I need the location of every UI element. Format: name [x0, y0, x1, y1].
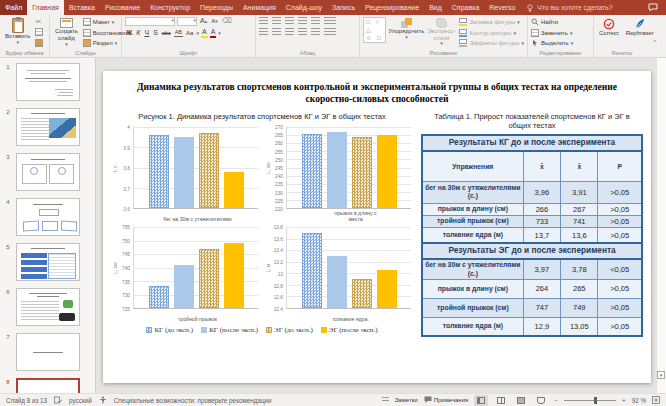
arrange-button[interactable]: Упорядочить ▾	[389, 17, 423, 48]
thumbnail-slide-5[interactable]: 5	[0, 243, 95, 281]
tab-help[interactable]: Справка	[447, 0, 484, 15]
powerpoint-window: Файл Главная Вставка Рисование Конструкт…	[0, 0, 666, 406]
indent-decrease-icon[interactable]	[285, 17, 294, 25]
slide-thumbnail-panel[interactable]: 1 2 3	[0, 58, 96, 393]
justify-icon[interactable]	[298, 28, 307, 36]
shape-outline-icon	[459, 29, 467, 37]
highlight-color-button[interactable]: А	[201, 28, 208, 38]
character-spacing-button[interactable]: АВ	[174, 29, 183, 37]
copy-icon[interactable]	[35, 28, 43, 36]
increase-font-icon[interactable]: А▴	[199, 17, 208, 25]
clear-formatting-icon[interactable]: ⌫	[221, 17, 233, 25]
new-slide-button[interactable]: Создать слайд ▾	[53, 17, 80, 48]
comments-button[interactable]: Примечания	[424, 396, 469, 404]
language-indicator[interactable]: русский	[69, 397, 92, 404]
align-left-icon[interactable]	[259, 28, 268, 36]
next-slide-button[interactable]: ▾	[657, 371, 665, 379]
find-button[interactable]: Найти	[531, 18, 573, 26]
reverso-correct-button[interactable]: Correct	[597, 17, 621, 48]
fit-to-window-icon[interactable]	[652, 396, 660, 404]
columns-icon[interactable]	[311, 28, 320, 36]
cut-icon[interactable]: ✂	[35, 18, 43, 25]
normal-view-button[interactable]	[474, 395, 488, 406]
format-painter-icon[interactable]	[35, 39, 43, 47]
bar-series-3	[224, 243, 244, 308]
underline-button[interactable]: Ч	[143, 29, 150, 37]
quick-styles-button[interactable]: Экспресс-стили ▾	[426, 17, 456, 48]
zoom-level[interactable]: 92 %	[632, 397, 646, 404]
thumbnail-slide-8-selected[interactable]: 8	[0, 378, 95, 393]
indent-increase-icon[interactable]	[298, 17, 307, 25]
replace-button[interactable]: Заменить▾	[531, 29, 573, 37]
thumbnail-slide-6[interactable]: 6	[0, 288, 95, 326]
align-center-icon[interactable]	[272, 28, 281, 36]
align-right-icon[interactable]	[285, 28, 294, 36]
charts-grid[interactable]: t, с. 43,93,83,73,6 бег на 30м с утяжели…	[103, 123, 421, 323]
font-size-combobox[interactable]	[177, 17, 197, 26]
tab-slideshow[interactable]: Слайд-шоу	[281, 0, 327, 15]
thumbnail-slide-1[interactable]: 1	[0, 63, 95, 101]
zoom-slider[interactable]	[564, 400, 616, 401]
comments-panel-icon[interactable]	[648, 3, 658, 12]
reading-view-button[interactable]	[514, 395, 528, 406]
tell-me-box[interactable]: Что вы хотите сделать?	[526, 0, 612, 15]
notes-button[interactable]: Заметки	[382, 397, 418, 403]
group-slides: Создать слайд ▾ Макет▾ Восстановить Разд…	[50, 15, 122, 57]
tab-reverso[interactable]: Reverso	[484, 0, 520, 15]
smartart-convert-icon[interactable]	[324, 28, 336, 36]
slide-8[interactable]: Динамика результатов спортсменов контрол…	[103, 71, 651, 383]
thumbnail-slide-7[interactable]: 7	[0, 333, 95, 371]
accessibility-icon[interactable]	[99, 396, 107, 404]
strikethrough-button[interactable]: abc	[161, 30, 172, 37]
shape-effects-button[interactable]: Эффекты фигуры▾	[459, 39, 524, 47]
line-spacing-icon[interactable]	[311, 17, 320, 25]
figure-column: Рисунок 1. Динамика результатов спортсме…	[103, 109, 421, 337]
tab-design[interactable]: Конструктор	[145, 0, 195, 15]
change-case-button[interactable]: Аа	[185, 30, 194, 37]
slide-sorter-view-button[interactable]	[494, 395, 508, 406]
zoom-out-button[interactable]: −	[554, 397, 558, 404]
text-direction-icon[interactable]	[324, 17, 336, 25]
tab-home[interactable]: Главная	[27, 0, 64, 15]
accessibility-status[interactable]: Специальные возможности: проверьте реком…	[114, 397, 272, 404]
results-table[interactable]: Результаты КГ до и после эксперимента Уп…	[421, 134, 643, 337]
slide-title[interactable]: Динамика результатов спортсменов контрол…	[119, 81, 635, 106]
chart-shot-put[interactable]: L, м 13,813,613,413,21312,812,612,4 толк…	[262, 223, 415, 323]
zoom-in-button[interactable]: +	[622, 397, 626, 404]
select-button[interactable]: Выделить▾	[531, 39, 573, 47]
shape-outline-button[interactable]: Контур фигуры▾	[459, 29, 524, 37]
vertical-scrollbar[interactable]: ▾	[656, 58, 666, 393]
numbering-icon[interactable]	[272, 17, 281, 25]
paste-button[interactable]: Вставить ▾	[3, 17, 32, 48]
table-caption[interactable]: Таблица 1. Прирост показателей спортсмен…	[427, 112, 637, 131]
chart-run-30m[interactable]: t, с. 43,93,83,73,6 бег на 30м с утяжели…	[109, 123, 262, 223]
thumbnail-slide-3[interactable]: 3	[0, 153, 95, 191]
italic-button[interactable]: К	[135, 29, 141, 37]
thumbnail-slide-2[interactable]: 2	[0, 108, 95, 146]
chart-long-jump[interactable]: L, см 270265260255250245240235230225220 …	[262, 123, 415, 223]
font-color-button[interactable]: А	[210, 28, 217, 38]
tab-animations[interactable]: Анимация	[238, 0, 281, 15]
font-name-combobox[interactable]	[125, 17, 175, 26]
chart-triple-jump[interactable]: L, см 755750745740735730725 тройной прыж…	[109, 223, 262, 323]
bold-button[interactable]: Ж	[125, 29, 133, 37]
reverso-rephraser-button[interactable]: Rephraser	[624, 17, 656, 48]
tab-review[interactable]: Рецензирование	[360, 0, 424, 15]
slideshow-view-button[interactable]	[534, 395, 548, 406]
tab-insert[interactable]: Вставка	[64, 0, 100, 15]
thumbnail-slide-4[interactable]: 4	[0, 198, 95, 236]
zoom-slider-thumb[interactable]	[594, 397, 597, 404]
tab-record[interactable]: Запись	[327, 0, 360, 15]
tab-view[interactable]: Вид	[424, 0, 447, 15]
shape-fill-button[interactable]: Заливка фигуры▾	[459, 18, 524, 26]
text-shadow-button[interactable]: S	[152, 29, 159, 37]
spellcheck-icon[interactable]	[54, 396, 62, 404]
bullets-icon[interactable]	[259, 17, 268, 25]
slide-indicator[interactable]: Слайд 8 из 13	[6, 397, 47, 404]
tab-file[interactable]: Файл	[0, 0, 27, 15]
shapes-gallery[interactable]: □ ○ △ ☆ □ ○ ╲ △ ☆	[363, 17, 386, 43]
tab-transitions[interactable]: Переходы	[195, 0, 238, 15]
decrease-font-icon[interactable]: А▾	[210, 18, 219, 25]
figure-caption[interactable]: Рисунок 1. Динамика результатов спортсме…	[133, 112, 391, 121]
tab-draw[interactable]: Рисование	[100, 0, 145, 15]
